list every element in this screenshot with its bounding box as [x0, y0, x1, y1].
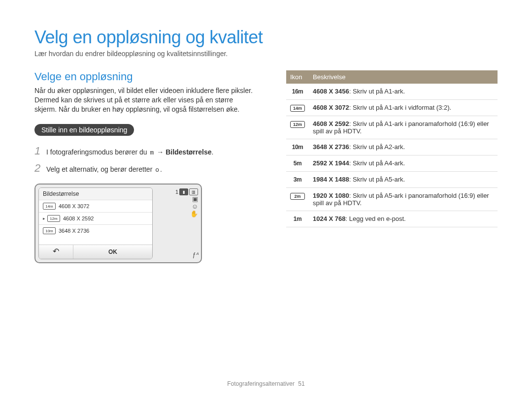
ok-button[interactable]: OK — [73, 245, 152, 259]
mode-icon: ▣ — [156, 195, 198, 203]
resolution-description: 2592 X 1944: Skriv ut på A4-ark. — [309, 155, 498, 172]
camera-menu-list: 14m 4608 X 3072 12m 4608 X 2592 10m 3648… — [39, 200, 152, 245]
step-2: 2 Velg et alternativ, og berør deretter … — [34, 162, 254, 176]
camera-menu-item[interactable]: 12m 4608 X 2592 — [39, 212, 152, 224]
resolution-description: 1920 X 1080: Skriv ut på A5-ark i panora… — [309, 188, 498, 211]
resolution-icon: 12m — [290, 121, 305, 128]
menu-icon: m — [149, 148, 155, 158]
resolution-description: 1024 X 768: Legg ved en e-post. — [309, 211, 498, 227]
table-row: 16m4608 X 3456: Skriv ut på A1-ark. — [286, 84, 498, 100]
table-row: 14m4608 X 3072: Skriv ut på A1-ark i vid… — [286, 100, 498, 116]
resolution-icon: 3m — [290, 176, 305, 184]
table-row: 10m3648 X 2736: Skriv ut på A2-ark. — [286, 139, 498, 155]
footer-section: Fotograferingsalternativer — [227, 380, 295, 387]
resolution-icon: 16m — [290, 88, 305, 95]
col-header-desc: Beskrivelse — [309, 70, 498, 84]
resolution-description: 4608 X 2592: Skriv ut på A1-ark i panora… — [309, 116, 498, 139]
resolution-icon: 2m — [290, 193, 305, 200]
camera-menu-item[interactable]: 14m 4608 X 3072 — [39, 200, 152, 212]
resolution-icon: 5m — [290, 159, 305, 167]
step-text: Velg et alternativ, og berør deretter o. — [46, 164, 162, 176]
resolution-label: 3648 X 2736 — [59, 228, 89, 234]
resolution-description: 4608 X 3072: Skriv ut på A1-ark i vidfor… — [309, 100, 498, 116]
resolution-icon: 10m — [290, 143, 305, 151]
page-footer: Fotograferingsalternativer 51 — [0, 380, 532, 387]
resolution-icon: 14m — [290, 105, 305, 112]
resolution-description: 3648 X 2736: Skriv ut på A2-ark. — [309, 139, 498, 155]
step-number: 1 — [34, 145, 46, 157]
flash-icon: ƒᴬ — [156, 251, 198, 258]
resolution-description: 1984 X 1488: Skriv ut på A5-ark. — [309, 172, 498, 188]
section-title: Velge en oppløsning — [34, 70, 254, 83]
table-row: 1m1024 X 768: Legg ved en e-post. — [286, 211, 498, 227]
ois-icon: ✋ — [156, 210, 198, 217]
camera-menu-item[interactable]: 10m 3648 X 2736 — [39, 224, 152, 237]
memory-icon: ▮ — [179, 188, 188, 195]
resolution-icon: 12m — [47, 215, 60, 222]
resolution-description: 4608 X 3456: Skriv ut på A1-ark. — [309, 84, 498, 100]
resolution-icon: 10m — [43, 227, 56, 234]
steps-list: 1 I fotograferingsmodus berører du m → B… — [34, 145, 254, 176]
resolution-icon: 1m — [290, 215, 305, 223]
resolution-label: 4608 X 2592 — [63, 216, 94, 221]
page-number: 51 — [298, 380, 304, 387]
battery-icon: ▥ — [189, 188, 198, 195]
col-header-icon: Ikon — [286, 70, 309, 84]
ok-icon: o — [154, 165, 160, 176]
table-row: 12m4608 X 2592: Skriv ut på A1-ark i pan… — [286, 116, 498, 139]
step-number: 2 — [34, 162, 46, 175]
resolution-table: Ikon Beskrivelse 16m4608 X 3456: Skriv u… — [286, 70, 498, 227]
camera-menu-title: Bildestørrelse — [39, 188, 152, 200]
step-text: I fotograferingsmodus berører du m → Bil… — [46, 147, 213, 158]
table-row: 5m2592 X 1944: Skriv ut på A4-ark. — [286, 155, 498, 172]
camera-screen-mock: Bildestørrelse 14m 4608 X 3072 12m 4608 … — [34, 184, 202, 263]
resolution-label: 4608 X 3072 — [59, 203, 89, 209]
face-icon: ☺ — [156, 203, 198, 210]
subsection-pill: Stille inn en bildeoppløsning — [34, 124, 134, 136]
camera-menu: Bildestørrelse 14m 4608 X 3072 12m 4608 … — [38, 187, 153, 259]
back-button[interactable]: ↶ — [39, 245, 73, 259]
camera-status-column: 1 ▮ ▥ ▣ ☺ ✋ ƒᴬ — [156, 187, 198, 259]
table-row: 3m1984 X 1488: Skriv ut på A5-ark. — [286, 172, 498, 188]
table-row: 2m1920 X 1080: Skriv ut på A5-ark i pano… — [286, 188, 498, 211]
resolution-icon: 14m — [43, 203, 56, 210]
step-1: 1 I fotograferingsmodus berører du m → B… — [34, 145, 254, 158]
intro-text: Når du øker oppløsningen, vil bildet ell… — [34, 86, 254, 114]
shot-count: 1 — [175, 189, 178, 195]
page-subtitle: Lær hvordan du endrer bildeoppløsning og… — [34, 50, 498, 58]
page-title: Velg en oppløsning og kvalitet — [34, 27, 498, 48]
